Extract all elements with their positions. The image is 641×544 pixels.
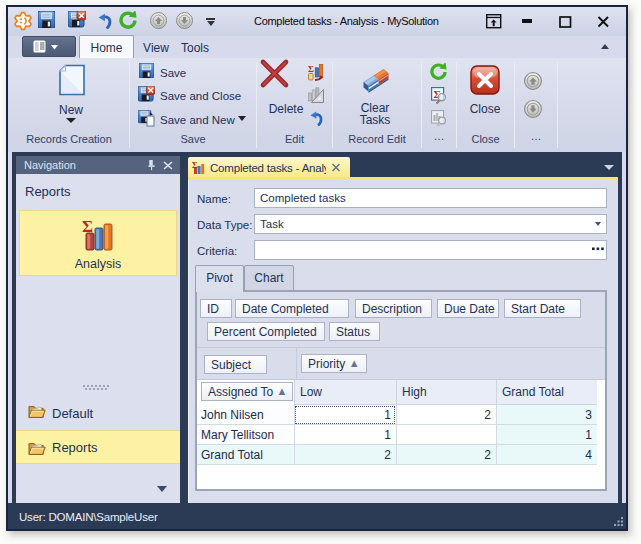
svg-text:Σ: Σ bbox=[308, 64, 314, 74]
